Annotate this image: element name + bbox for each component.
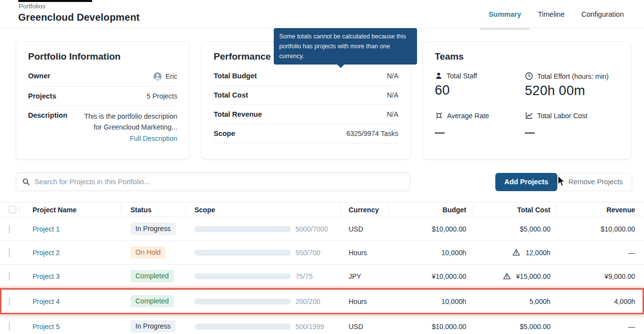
add-projects-button[interactable]: Add Projects	[495, 173, 557, 191]
total-budget-row: Total Budget N/A	[214, 67, 398, 86]
total-cost-row: Total Cost N/A	[214, 86, 398, 105]
avatar-icon	[153, 72, 162, 81]
total-cost-value: ¥15,000.00	[516, 272, 550, 280]
projects-row: Projects 5 Projects	[28, 87, 177, 106]
page-title: Greencloud Development	[18, 12, 140, 23]
total-revenue-row: Total Revenue N/A	[214, 105, 398, 124]
budget-cell: $10,000.00	[389, 225, 474, 233]
column-total-cost[interactable]: Total Cost	[474, 202, 556, 217]
revenue-cell: ¥9,000.00	[556, 272, 644, 280]
scope-progress-bar	[194, 324, 291, 330]
owner-label: Owner	[28, 72, 50, 80]
tab-configuration[interactable]: Configuration	[573, 0, 632, 29]
metric-label: Average Rate	[447, 112, 489, 120]
scope-cell: 500/1999	[186, 323, 341, 331]
full-description-link[interactable]: Full Description	[130, 134, 177, 144]
metric-total-labor-cost: Total Labor Cost —	[525, 111, 619, 138]
column-scope[interactable]: Scope	[186, 202, 341, 217]
status-badge: In Progress	[130, 223, 176, 235]
owner-row: Owner Eric	[28, 67, 177, 87]
tab-bar: Summary Timeline Configuration	[480, 0, 632, 29]
scope-progress-bar	[194, 250, 291, 256]
row-value: 6325/9974 Tasks	[346, 130, 398, 137]
scope-progress-bar	[194, 273, 291, 279]
column-status[interactable]: Status	[121, 202, 186, 217]
tab-timeline[interactable]: Timeline	[529, 0, 573, 29]
row-value: N/A	[387, 72, 398, 80]
search-icon	[22, 178, 30, 186]
breadcrumb[interactable]: Portfolios	[19, 2, 45, 10]
currency-cell: JPY	[341, 272, 389, 280]
description-value: This is the portfolio description for Gr…	[84, 112, 177, 131]
row-label: Total Cost	[214, 91, 248, 99]
currency-tooltip: Some totals cannot be calculated because…	[274, 28, 417, 65]
scope-progress-bar	[194, 226, 291, 232]
metric-value: —	[435, 127, 525, 138]
table-row[interactable]: Project 1 In Progress 5000/7000 USD $10,…	[0, 217, 644, 241]
budget-cell: 10,000h	[389, 249, 474, 257]
scope-value: 200/200	[295, 298, 321, 305]
budget-cell: 10,000h	[389, 298, 474, 305]
table-row[interactable]: Project 4 Completed 200/200 Hours 10,000…	[0, 288, 644, 315]
portfolio-information-card: Portfolio Information Owner Eric Project…	[16, 41, 190, 160]
metric-average-rate: Average Rate —	[435, 111, 525, 138]
table-header: Project Name Status Scope Currency Budge…	[0, 202, 644, 217]
row-label: Total Revenue	[214, 110, 262, 118]
metric-value: 60	[435, 83, 525, 98]
row-label: Scope	[214, 130, 235, 137]
row-checkbox[interactable]	[9, 297, 10, 306]
line-chart-icon	[525, 111, 533, 120]
search-box	[16, 172, 410, 191]
column-currency[interactable]: Currency	[341, 202, 389, 217]
revenue-cell: —	[556, 323, 644, 331]
metric-total-staff: Total Staff 60	[435, 72, 525, 99]
table-row[interactable]: Project 5 In Progress 500/1999 USD $10,0…	[0, 315, 644, 334]
scope-progress-bar	[194, 299, 291, 304]
scope-value: 500/1999	[295, 323, 324, 331]
owner-value: Eric	[165, 72, 177, 80]
revenue-cell: 4,000h	[556, 298, 644, 305]
row-checkbox[interactable]	[9, 248, 10, 257]
search-input[interactable]	[34, 178, 404, 186]
table-row[interactable]: Project 2 On Hold 550/700 Hours 10,000h …	[0, 241, 644, 265]
total-cost-value: 12,000h	[525, 249, 550, 257]
teams-card: Teams Total Staff 60 Total Effort (hours…	[422, 41, 632, 160]
row-checkbox[interactable]	[9, 225, 10, 234]
total-cost-value: $5,000.00	[520, 225, 550, 233]
project-link[interactable]: Project 3	[32, 272, 60, 280]
project-link[interactable]: Project 2	[32, 249, 60, 257]
column-revenue[interactable]: Revenue	[556, 202, 644, 217]
scope-cell: 550/700	[186, 249, 341, 257]
row-value: N/A	[387, 110, 398, 118]
scope-value: 550/700	[295, 249, 321, 257]
revenue-cell: $10,000.00	[556, 225, 644, 233]
metric-label: Total Staff	[447, 72, 477, 80]
page-header: Portfolios Greencloud Development Summar…	[0, 0, 644, 29]
total-cost-value: 5,000h	[529, 298, 550, 305]
window-artifact	[18, 0, 92, 2]
project-link[interactable]: Project 4	[32, 298, 60, 305]
project-link[interactable]: Project 1	[32, 225, 60, 233]
currency-cell: USD	[341, 225, 389, 233]
table-row[interactable]: Project 3 Completed 75/75 JPY ¥10,000.00…	[0, 265, 644, 288]
project-link[interactable]: Project 5	[32, 323, 60, 331]
description-label: Description	[28, 111, 67, 119]
row-checkbox[interactable]	[9, 322, 10, 331]
remove-projects-button[interactable]: Remove Projects	[559, 173, 632, 191]
table-body: Project 1 In Progress 5000/7000 USD $10,…	[0, 217, 644, 334]
column-project-name[interactable]: Project Name	[20, 202, 121, 217]
status-badge: Completed	[130, 295, 174, 307]
row-checkbox[interactable]	[9, 272, 10, 281]
currency-cell: USD	[341, 323, 389, 331]
currency-cell: Hours	[341, 249, 389, 257]
scope-row: Scope 6325/9974 Tasks	[214, 124, 398, 143]
card-title: Portfolio Information	[28, 51, 177, 62]
scope-cell: 75/75	[186, 272, 341, 280]
tab-summary[interactable]: Summary	[480, 0, 529, 29]
column-budget[interactable]: Budget	[389, 202, 474, 217]
select-all-checkbox[interactable]	[9, 206, 16, 213]
clock-icon	[525, 72, 533, 80]
currency-cell: Hours	[341, 298, 389, 305]
status-badge: On Hold	[130, 246, 165, 259]
projects-value: 5 Projects	[147, 92, 177, 100]
